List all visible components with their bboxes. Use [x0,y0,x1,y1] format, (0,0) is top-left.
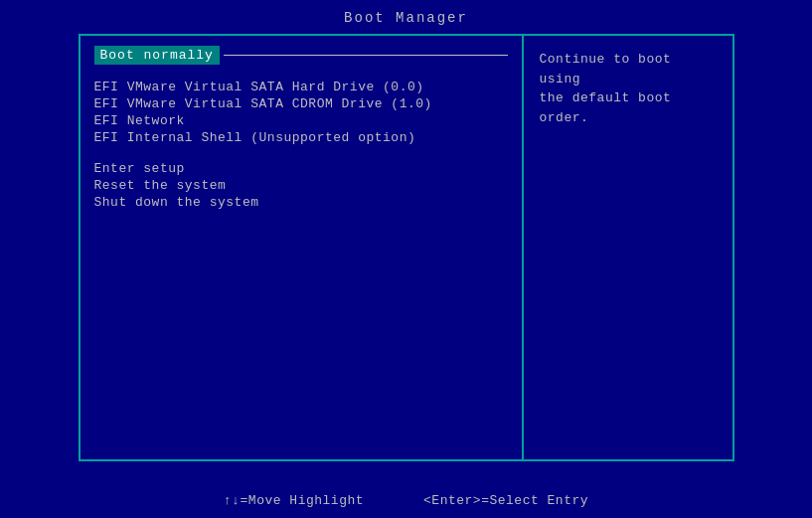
selected-line [224,55,508,56]
menu-item-shell[interactable]: EFI Internal Shell (Unsupported option) [94,129,508,146]
left-panel: Boot normally EFI VMware Virtual SATA Ha… [81,36,524,459]
menu-item-cdrom[interactable]: EFI VMware Virtual SATA CDROM Drive (1.0… [94,95,508,112]
menu-separator [94,146,508,160]
main-container: Boot normally EFI VMware Virtual SATA Ha… [79,34,734,461]
hint-select: <Enter>=Select Entry [423,493,588,508]
selected-item[interactable]: Boot normally [94,46,220,65]
right-panel-description: Continue to boot usingthe default boot o… [540,52,672,125]
title-bar: Boot Manager [0,0,812,34]
menu-item-hdd[interactable]: EFI VMware Virtual SATA Hard Drive (0.0) [94,79,508,95]
menu-item-reset[interactable]: Reset the system [94,177,508,194]
menu-item-setup[interactable]: Enter setup [94,160,508,177]
selected-row: Boot normally [94,46,508,65]
title-text: Boot Manager [344,10,468,26]
hint-move: ↑↓=Move Highlight [224,493,364,508]
menu-item-shutdown[interactable]: Shut down the system [94,194,508,211]
right-panel: Continue to boot usingthe default boot o… [524,36,732,459]
menu-item-network[interactable]: EFI Network [94,112,508,129]
bottom-bar: ↑↓=Move Highlight <Enter>=Select Entry [0,483,812,518]
